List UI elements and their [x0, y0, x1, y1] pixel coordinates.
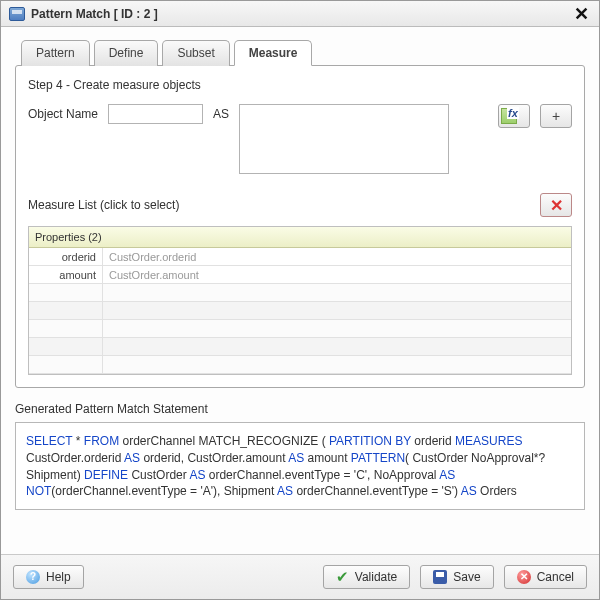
check-icon: ✔ [336, 571, 349, 583]
generated-label: Generated Pattern Match Statement [15, 402, 585, 416]
fx-icon: fx [507, 107, 519, 119]
add-button[interactable]: + [540, 104, 572, 128]
tab-pattern[interactable]: Pattern [21, 40, 90, 66]
help-button[interactable]: ? Help [13, 565, 84, 589]
help-icon: ? [26, 570, 40, 584]
footer: ? Help ✔ Validate Save ✕ Cancel [1, 554, 599, 599]
tab-define[interactable]: Define [94, 40, 159, 66]
measure-list-header: Measure List (click to select) ✕ [28, 192, 572, 218]
form-row: Object Name AS fx + [28, 104, 572, 174]
tabs: Pattern Define Subset Measure [15, 39, 585, 65]
row-value: CustOrder.amount [103, 269, 571, 281]
properties-header: Properties (2) [29, 227, 571, 248]
table-row[interactable]: amount CustOrder.amount [29, 266, 571, 284]
table-row [29, 284, 571, 302]
table-row [29, 356, 571, 374]
row-name: amount [29, 266, 103, 283]
validate-button[interactable]: ✔ Validate [323, 565, 410, 589]
tab-measure[interactable]: Measure [234, 40, 313, 66]
help-label: Help [46, 570, 71, 584]
delete-icon: ✕ [550, 196, 563, 215]
object-name-label: Object Name [28, 104, 98, 121]
object-name-input[interactable] [108, 104, 203, 124]
generated-statement: SELECT * FROM orderChannel MATCH_RECOGNI… [15, 422, 585, 510]
save-label: Save [453, 570, 480, 584]
window-icon [9, 7, 25, 21]
as-label: AS [213, 104, 229, 121]
step-label: Step 4 - Create measure objects [28, 78, 572, 92]
cancel-label: Cancel [537, 570, 574, 584]
row-value: CustOrder.orderid [103, 251, 571, 263]
save-button[interactable]: Save [420, 565, 493, 589]
titlebar: Pattern Match [ ID : 2 ] ✕ [1, 1, 599, 27]
as-input[interactable] [239, 104, 449, 174]
save-icon [433, 570, 447, 584]
tab-panel-measure: Step 4 - Create measure objects Object N… [15, 65, 585, 388]
properties-grid: Properties (2) orderid CustOrder.orderid… [28, 226, 572, 375]
dialog: Pattern Match [ ID : 2 ] ✕ Pattern Defin… [0, 0, 600, 600]
plus-icon: + [552, 108, 560, 124]
table-row [29, 338, 571, 356]
delete-button[interactable]: ✕ [540, 193, 572, 217]
table-row[interactable]: orderid CustOrder.orderid [29, 248, 571, 266]
table-row [29, 302, 571, 320]
row-name: orderid [29, 248, 103, 265]
window-title: Pattern Match [ ID : 2 ] [31, 7, 572, 21]
tab-subset[interactable]: Subset [162, 40, 229, 66]
measure-list-label: Measure List (click to select) [28, 198, 179, 212]
expression-builder-button[interactable]: fx [498, 104, 530, 128]
cancel-icon: ✕ [517, 570, 531, 584]
table-row [29, 320, 571, 338]
body: Pattern Define Subset Measure Step 4 - C… [1, 27, 599, 554]
close-icon[interactable]: ✕ [572, 3, 591, 25]
cancel-button[interactable]: ✕ Cancel [504, 565, 587, 589]
validate-label: Validate [355, 570, 397, 584]
